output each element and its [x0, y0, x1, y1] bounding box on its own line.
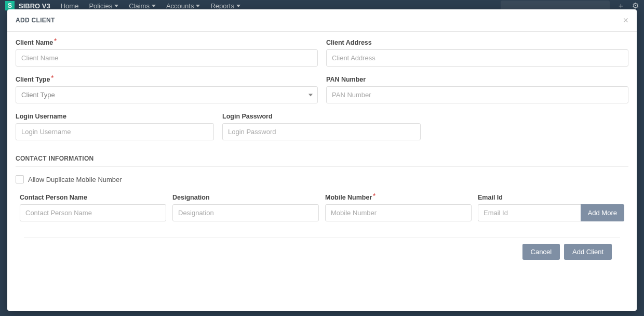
- nav-policies[interactable]: Policies: [89, 2, 118, 10]
- mobile-number-label: Mobile Number*: [325, 194, 472, 201]
- mobile-number-input[interactable]: [325, 204, 472, 221]
- designation-label: Designation: [172, 194, 319, 201]
- allow-duplicate-label: Allow Duplicate Mobile Number: [28, 176, 122, 183]
- designation-input[interactable]: [172, 204, 319, 221]
- add-client-modal: ADD CLIENT × Client Name* Client Address…: [7, 9, 637, 311]
- login-password-input[interactable]: [222, 123, 421, 140]
- modal-header: ADD CLIENT ×: [7, 9, 637, 32]
- email-id-input[interactable]: [478, 204, 581, 221]
- nav-reports[interactable]: Reports: [210, 2, 240, 10]
- nav-accounts[interactable]: Accounts: [166, 2, 200, 10]
- nav-home[interactable]: Home: [61, 2, 79, 10]
- add-client-button[interactable]: Add Client: [564, 244, 612, 260]
- login-username-input[interactable]: [16, 123, 214, 140]
- allow-duplicate-checkbox[interactable]: [16, 175, 24, 183]
- client-address-input[interactable]: [326, 49, 628, 67]
- contact-person-input[interactable]: [20, 204, 166, 221]
- contact-person-label: Contact Person Name: [20, 194, 166, 201]
- pan-number-label: PAN Number: [326, 76, 628, 83]
- client-name-label: Client Name*: [16, 39, 318, 46]
- divider: [16, 166, 628, 167]
- pan-number-input[interactable]: [326, 86, 628, 103]
- client-name-input[interactable]: [16, 49, 318, 67]
- client-type-select[interactable]: Client Type: [16, 86, 318, 103]
- chevron-down-icon: [236, 5, 240, 7]
- brand-text: SIBRO V3: [19, 2, 50, 10]
- chevron-down-icon: [196, 5, 200, 7]
- email-id-label: Email Id: [478, 194, 624, 201]
- modal-footer: Cancel Add Client: [24, 237, 620, 267]
- cancel-button[interactable]: Cancel: [522, 244, 560, 260]
- login-username-label: Login Username: [16, 113, 214, 120]
- modal-title: ADD CLIENT: [16, 17, 55, 24]
- nav-claims[interactable]: Claims: [129, 2, 156, 10]
- modal-body: Client Name* Client Address Client Type*…: [7, 32, 637, 311]
- chevron-down-icon: [114, 5, 118, 7]
- contact-section-title: CONTACT INFORMATION: [16, 155, 628, 162]
- client-type-label: Client Type*: [16, 76, 318, 83]
- client-address-label: Client Address: [326, 39, 628, 46]
- chevron-down-icon: [152, 5, 156, 7]
- login-password-label: Login Password: [222, 113, 421, 120]
- add-more-button[interactable]: Add More: [581, 204, 624, 221]
- close-icon[interactable]: ×: [623, 16, 628, 25]
